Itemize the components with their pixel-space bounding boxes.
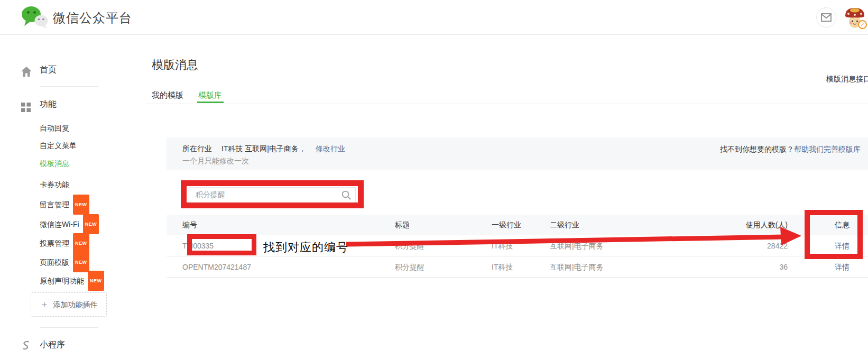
top-bar: 微信公众平台 ✓ [0, 0, 868, 35]
add-plugin-label: 添加功能插件 [53, 300, 98, 309]
template-industry2: 互联网|电子商务 [550, 256, 604, 278]
sidebar-item-label: 首页 [40, 60, 57, 79]
sidebar-section-features[interactable]: 功能 [0, 95, 143, 114]
sidebar-section-label: 功能 [40, 95, 57, 114]
help-question: 找不到你想要的模版？ [720, 145, 794, 153]
sidebar-item-auto-reply[interactable]: 自动回复 [40, 118, 143, 137]
home-icon [21, 65, 32, 84]
industry-note: 一个月只能修改一次 [182, 157, 249, 166]
annotation-box-info-column [805, 210, 863, 259]
page-title: 模版消息 [152, 57, 198, 73]
new-badge: new [73, 252, 89, 272]
help-line: 找不到你想要的模版？帮助我们完善模版库 [720, 145, 861, 154]
table-row: OPENTM207421487 积分提醒 IT科技 互联网|电子商务 36 详情 [167, 256, 868, 278]
annotation-arrow [338, 221, 809, 253]
sidebar-item-label: 模板消息 [40, 159, 69, 168]
avatar[interactable]: ✓ [844, 6, 866, 29]
new-badge: new [88, 271, 104, 291]
tabs-divider [145, 104, 868, 104]
sidebar-item-custom-menu[interactable]: 自定义菜单 [40, 136, 143, 155]
add-plugin-button[interactable]: ＋添加功能插件 [31, 292, 107, 317]
sidebar-divider [40, 86, 98, 87]
sidebar-item-home[interactable]: 首页 [0, 60, 143, 79]
new-badge: new [83, 214, 99, 234]
sidebar-item-miniprogram[interactable]: 小程序 [0, 335, 143, 354]
detail-link[interactable]: 详情 [817, 256, 867, 278]
active-tab-underline [197, 102, 224, 103]
grid-icon [21, 100, 31, 119]
sidebar-item-label: 微信连Wi-Fi [40, 220, 79, 228]
tab-template-library[interactable]: 模版库 [198, 90, 222, 100]
industry-line: 所在行业IT科技 互联网|电子商务，修改行业 [182, 144, 345, 154]
improve-library-link[interactable]: 帮助我们完善模版库 [794, 145, 861, 153]
mail-button[interactable] [816, 7, 836, 27]
sidebar-item-label: 投票管理 [40, 239, 69, 247]
industry-value: IT科技 互联网|电子商务， [221, 144, 306, 153]
brand-title: 微信公众平台 [53, 10, 132, 26]
industry-info-bar: 所在行业IT科技 互联网|电子商务，修改行业 一个月只能修改一次 找不到你想要的… [167, 137, 868, 170]
new-badge: new [73, 195, 89, 215]
industry-label: 所在行业 [182, 144, 212, 153]
sidebar-item-original-statement[interactable]: 原创声明功能new [40, 271, 143, 290]
sidebar-item-label: 自定义菜单 [40, 141, 77, 150]
template-id: OPENTM207421487 [182, 256, 251, 278]
sidebar-item-label: 卡券功能 [40, 180, 69, 189]
sidebar-item-label: 留言管理 [40, 200, 69, 209]
template-title: 积分提醒 [395, 256, 424, 278]
plus-icon: ＋ [40, 299, 49, 309]
verified-badge-icon: ✓ [858, 20, 867, 29]
edit-industry-link[interactable]: 修改行业 [316, 144, 345, 153]
sidebar-item-wifi[interactable]: 微信连Wi-Finew [40, 214, 143, 233]
template-users: 36 [706, 256, 788, 278]
sidebar-item-comment-mgmt[interactable]: 留言管理new [40, 195, 143, 214]
annotation-callout-text: 找到对应的编号 [263, 240, 348, 255]
wechat-mp-console: 微信公众平台 ✓ [0, 0, 868, 359]
sidebar-item-template-message[interactable]: 模板消息 [40, 154, 143, 173]
template-industry1: IT科技 [492, 256, 513, 278]
col-header-id: 编号 [182, 215, 197, 235]
wechat-logo-icon [21, 5, 49, 30]
sidebar-item-page-template[interactable]: 页面模版new [40, 252, 143, 271]
annotation-box-template-id [187, 234, 256, 255]
miniprogram-icon [20, 339, 32, 358]
sidebar-divider [40, 327, 98, 328]
template-message-api-link[interactable]: 模版消息接口 [826, 75, 868, 84]
sidebar-item-label: 小程序 [40, 335, 65, 354]
new-badge: new [73, 233, 89, 253]
sidebar-item-vote-mgmt[interactable]: 投票管理new [40, 233, 143, 252]
sidebar-item-label: 自动回复 [40, 124, 69, 132]
sidebar-item-label: 页面模版 [40, 258, 69, 266]
envelope-icon [821, 13, 832, 22]
sidebar-item-label: 原创声明功能 [40, 277, 84, 285]
tab-my-templates[interactable]: 我的模版 [152, 90, 183, 100]
sidebar-item-card-coupon[interactable]: 卡券功能 [40, 175, 143, 194]
annotation-box-search [181, 180, 364, 208]
